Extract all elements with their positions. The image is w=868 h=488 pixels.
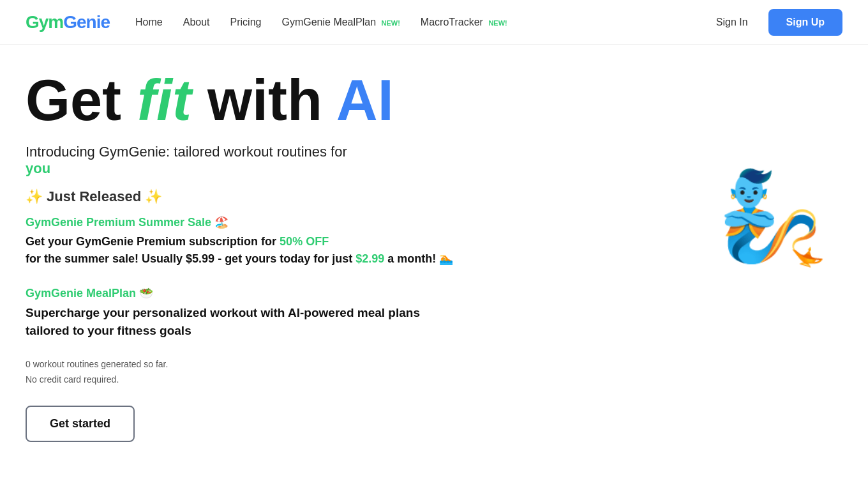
sale-price: $2.99 bbox=[355, 252, 384, 265]
sale-pct: 50% OFF bbox=[280, 235, 329, 248]
nav-pricing[interactable]: Pricing bbox=[230, 17, 262, 27]
logo-genie: Genie bbox=[63, 12, 110, 32]
nav-macrotracker[interactable]: MacroTracker NEW! bbox=[421, 17, 507, 27]
nav-left: GymGenie Home About Pricing GymGenie Mea… bbox=[26, 12, 507, 33]
mealplan-desc: Supercharge your personalized workout wi… bbox=[26, 304, 421, 339]
hero-section: Get fit with AI Introducing GymGenie: ta… bbox=[0, 45, 868, 480]
navbar: GymGenie Home About Pricing GymGenie Mea… bbox=[0, 0, 868, 45]
nav-right: Sign In Sign Up bbox=[706, 9, 842, 36]
macrotracker-new-badge: NEW! bbox=[488, 19, 507, 27]
stat-no-card: No credit card required. bbox=[26, 372, 842, 388]
sale-desc-start: Get your GymGenie Premium subscription f… bbox=[26, 235, 276, 248]
logo-gym: Gym bbox=[26, 12, 63, 32]
nav-mealplan[interactable]: GymGenie MealPlan NEW! bbox=[281, 17, 400, 27]
sale-desc: Get your GymGenie Premium subscription f… bbox=[26, 233, 460, 269]
sale-desc-mid: for the summer sale! Usually $5.99 - get… bbox=[26, 252, 352, 265]
nav-about[interactable]: About bbox=[183, 17, 210, 27]
hero-headline: Get fit with AI bbox=[26, 70, 842, 131]
stat-routines: 0 workout routines generated so far. bbox=[26, 357, 842, 372]
nav-home[interactable]: Home bbox=[135, 17, 163, 27]
sale-desc-end: a month! 🏊 bbox=[387, 252, 453, 265]
mealplan-new-badge: NEW! bbox=[382, 19, 400, 27]
headline-get: Get bbox=[26, 68, 121, 132]
signup-button[interactable]: Sign Up bbox=[768, 9, 842, 36]
stats-block: 0 workout routines generated so far. No … bbox=[26, 357, 842, 388]
nav-links: Home About Pricing GymGenie MealPlan NEW… bbox=[135, 17, 507, 28]
logo[interactable]: GymGenie bbox=[26, 12, 110, 33]
subheadline-you: you bbox=[26, 160, 50, 176]
signin-button[interactable]: Sign In bbox=[706, 11, 758, 33]
subheadline-text: Introducing GymGenie: tailored workout r… bbox=[26, 144, 347, 160]
headline-with: with bbox=[207, 68, 322, 132]
headline-ai: AI bbox=[336, 68, 394, 132]
get-started-button[interactable]: Get started bbox=[26, 406, 135, 442]
headline-fit: fit bbox=[137, 68, 191, 132]
genie-image: 🧞 bbox=[715, 172, 830, 313]
